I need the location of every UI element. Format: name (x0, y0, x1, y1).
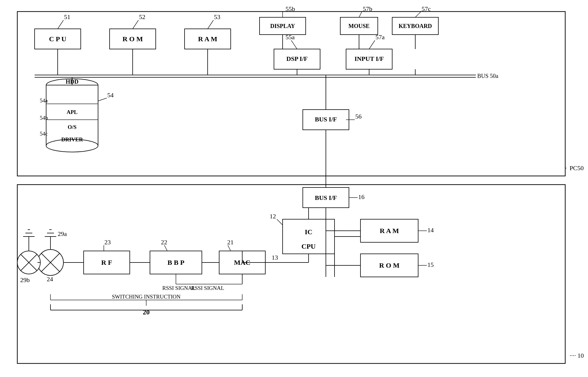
svg-text:51: 51 (64, 13, 70, 20)
svg-text:DSP I/F: DSP I/F (286, 55, 308, 62)
svg-text:CPU: CPU (301, 243, 315, 250)
svg-text:B B P: B B P (168, 259, 185, 266)
svg-line-15 (208, 20, 213, 29)
svg-text:23: 23 (104, 239, 111, 246)
svg-text:BUS 50a: BUS 50a (477, 73, 498, 79)
svg-text:55b: 55b (285, 5, 295, 12)
svg-text:SWITCHING INSTRUCTION: SWITCHING INSTRUCTION (112, 294, 181, 300)
svg-text:·: · (565, 164, 567, 172)
svg-text:54a: 54a (40, 97, 48, 104)
svg-text:R O M: R O M (123, 35, 143, 43)
svg-line-27 (369, 40, 375, 49)
svg-text:R O M: R O M (379, 262, 400, 269)
svg-text:O/S: O/S (68, 124, 77, 130)
svg-text:MOUSE: MOUSE (348, 23, 369, 29)
svg-text:BUS I/F: BUS I/F (315, 194, 337, 201)
svg-text:C P U: C P U (49, 35, 66, 43)
svg-text:57c: 57c (422, 5, 431, 12)
svg-text:13: 13 (272, 254, 278, 261)
svg-text:BUS I/F: BUS I/F (315, 116, 337, 123)
svg-text:24: 24 (47, 275, 53, 283)
svg-text:21: 21 (227, 239, 234, 246)
svg-text:APL: APL (67, 109, 78, 115)
svg-text:INPUT I/F: INPUT I/F (354, 55, 384, 62)
svg-line-7 (58, 20, 63, 29)
svg-text:PC50: PC50 (570, 164, 584, 172)
svg-text:DISPLAY: DISPLAY (270, 23, 295, 29)
svg-text:DRIVER: DRIVER (61, 136, 83, 142)
svg-text:16: 16 (358, 193, 365, 200)
svg-text:54: 54 (107, 91, 114, 99)
svg-text:14: 14 (427, 226, 434, 234)
svg-text:RSSI SIGNAL: RSSI SIGNAL (162, 285, 196, 291)
svg-text:54b: 54b (40, 115, 48, 121)
svg-text:20: 20 (143, 308, 150, 316)
svg-text:15: 15 (427, 261, 434, 268)
diagram: PC50 · ···· 10 C P U 51 R O M 52 R A M 5… (0, 0, 588, 377)
svg-text:···· 10: ···· 10 (570, 352, 584, 359)
svg-text:KEYBOARD: KEYBOARD (399, 23, 432, 29)
svg-text:54c: 54c (40, 131, 48, 137)
svg-text:R A M: R A M (380, 227, 399, 235)
svg-text:53: 53 (214, 13, 220, 20)
svg-text:29a: 29a (58, 230, 67, 237)
svg-text:R A M: R A M (198, 35, 217, 43)
svg-text:RSSI SIGNAL: RSSI SIGNAL (191, 285, 224, 291)
svg-line-31 (359, 12, 362, 17)
svg-text:29b: 29b (20, 276, 30, 284)
svg-text:12: 12 (270, 213, 276, 220)
svg-text:R F: R F (101, 259, 112, 266)
svg-line-35 (415, 12, 421, 17)
svg-text:22: 22 (161, 239, 167, 246)
svg-line-19 (291, 40, 297, 49)
diagram-svg: PC50 · ···· 10 C P U 51 R O M 52 R A M 5… (0, 0, 588, 377)
svg-line-79 (277, 219, 283, 225)
svg-text:52: 52 (139, 13, 145, 20)
svg-text:IC: IC (305, 228, 313, 236)
svg-text:56: 56 (355, 113, 362, 120)
svg-line-91 (228, 245, 231, 251)
svg-text:57b: 57b (363, 5, 372, 12)
svg-line-11 (133, 20, 138, 29)
svg-line-45 (98, 98, 107, 101)
svg-line-95 (164, 245, 167, 251)
